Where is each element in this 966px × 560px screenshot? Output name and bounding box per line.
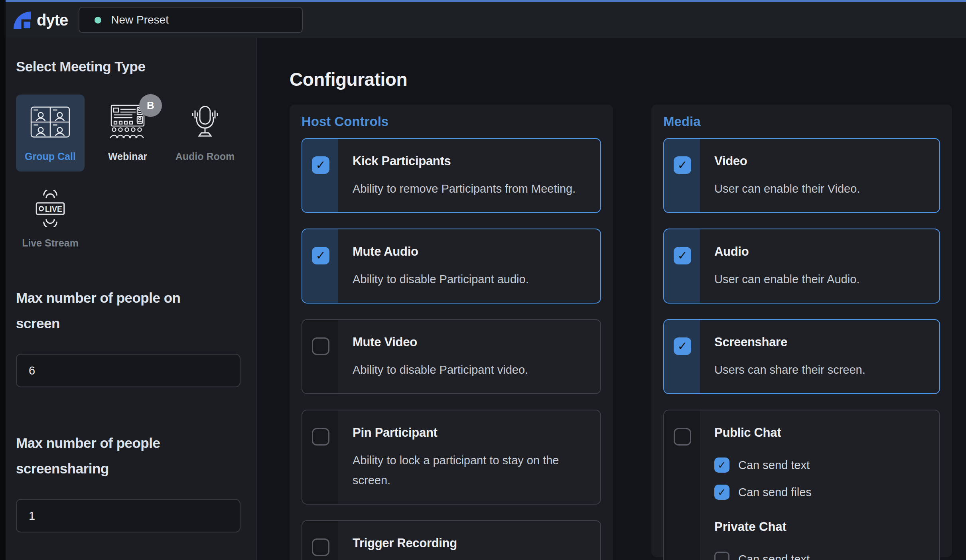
option-desc: Ability to remove Participants from Meet… <box>353 179 576 199</box>
option-title: Trigger Recording <box>353 536 543 550</box>
meeting-type-label: Live Stream <box>22 237 79 249</box>
option-video[interactable]: Video User can enable their Video. <box>663 138 940 213</box>
preset-status-dot <box>95 17 101 24</box>
option-title: Screenshare <box>714 335 865 349</box>
screenshare-checkbox[interactable] <box>674 337 691 355</box>
panel-heading: Host Controls <box>302 114 601 129</box>
can-send-text-checkbox[interactable] <box>714 457 729 473</box>
public-chat-can-send-files[interactable]: Can send files <box>714 485 812 500</box>
max-people-on-screen-field: Max number of people on screen 6 <box>16 285 241 387</box>
brand: dyte <box>13 11 68 30</box>
option-kick-participants[interactable]: Kick Participants Ability to remove Part… <box>302 138 601 213</box>
window-edge <box>0 0 6 560</box>
dyte-logo-icon <box>13 11 32 30</box>
main-content: Configuration Host Controls Kick Partici… <box>257 38 966 560</box>
option-title: Audio <box>714 245 860 259</box>
kick-participants-checkbox[interactable] <box>312 156 329 174</box>
option-mute-video[interactable]: Mute Video Ability to disable Participan… <box>302 319 601 394</box>
option-desc: Users can share their screen. <box>714 360 865 380</box>
meeting-type-live-stream[interactable]: LIVE Live Stream <box>16 181 85 258</box>
brand-name: dyte <box>37 11 68 29</box>
private-chat-can-send-text[interactable]: Can send text <box>714 552 812 560</box>
page-title: Configuration <box>290 69 966 90</box>
group-call-icon <box>30 106 70 138</box>
public-chat-checkbox[interactable] <box>674 428 691 446</box>
meeting-type-grid: Group Call <box>16 95 241 258</box>
option-trigger-recording[interactable]: Trigger Recording Ability to start/stop … <box>302 520 601 560</box>
meeting-type-label: Audio Room <box>175 151 235 162</box>
panel-heading: Media <box>663 114 940 129</box>
video-checkbox[interactable] <box>674 156 691 174</box>
option-pin-participant[interactable]: Pin Participant Ability to lock a partic… <box>302 410 601 505</box>
option-title: Kick Participants <box>353 154 576 168</box>
preset-name-value: New Preset <box>111 14 169 26</box>
option-title: Mute Audio <box>353 245 529 259</box>
media-panel: Media Video User can enable their Video.… <box>651 105 952 557</box>
sidebar: Select Meeting Type G <box>0 38 257 560</box>
mute-video-checkbox[interactable] <box>312 337 329 355</box>
webinar-beta-badge: B <box>139 94 162 117</box>
field-label: Max number of people screensharing <box>16 430 223 481</box>
option-audio[interactable]: Audio User can enable their Audio. <box>663 229 940 304</box>
preset-name-input[interactable]: New Preset <box>79 7 303 33</box>
option-screenshare[interactable]: Screenshare Users can share their screen… <box>663 319 940 394</box>
sub-option-label: Can send text <box>738 553 810 560</box>
max-people-screensharing-input[interactable]: 1 <box>16 499 241 532</box>
meeting-type-title: Select Meeting Type <box>16 59 241 75</box>
top-bar: dyte New Preset <box>0 2 966 38</box>
pin-participant-checkbox[interactable] <box>312 428 329 446</box>
option-public-chat[interactable]: Public Chat Can send text Can send files <box>663 410 940 560</box>
can-send-text-checkbox[interactable] <box>714 552 729 560</box>
meeting-type-label: Group Call <box>25 151 76 162</box>
option-title: Pin Participant <box>353 426 576 440</box>
option-title: Public Chat <box>714 426 812 440</box>
audio-room-icon <box>188 105 222 140</box>
meeting-type-label: Webinar <box>108 151 147 162</box>
audio-checkbox[interactable] <box>674 247 691 264</box>
option-title: Video <box>714 154 860 168</box>
public-chat-can-send-text[interactable]: Can send text <box>714 457 812 473</box>
sub-option-label: Can send files <box>738 486 812 499</box>
field-label: Max number of people on screen <box>16 285 223 336</box>
sub-option-label: Can send text <box>738 459 810 472</box>
host-controls-panel: Host Controls Kick Participants Ability … <box>290 105 613 560</box>
meeting-type-group-call[interactable]: Group Call <box>16 95 85 172</box>
max-people-on-screen-input[interactable]: 6 <box>16 354 241 387</box>
meeting-type-webinar[interactable]: B Webinar <box>93 95 162 172</box>
live-stream-icon: LIVE <box>32 190 69 227</box>
option-desc: Ability to disable Participant video. <box>353 360 528 380</box>
meeting-type-audio-room[interactable]: Audio Room <box>171 95 239 172</box>
option-desc: Ability to lock a participant to stay on… <box>353 450 576 490</box>
max-people-screensharing-field: Max number of people screensharing 1 <box>16 430 241 532</box>
option-desc: User can enable their Video. <box>714 179 860 199</box>
option-title: Mute Video <box>353 335 528 349</box>
mute-audio-checkbox[interactable] <box>312 247 329 264</box>
option-desc: User can enable their Audio. <box>714 269 860 289</box>
svg-text:LIVE: LIVE <box>45 205 62 213</box>
option-mute-audio[interactable]: Mute Audio Ability to disable Participan… <box>302 229 601 304</box>
option-desc: Ability to disable Participant audio. <box>353 269 529 289</box>
trigger-recording-checkbox[interactable] <box>312 538 329 556</box>
can-send-files-checkbox[interactable] <box>714 485 729 500</box>
private-chat-title: Private Chat <box>714 520 812 534</box>
